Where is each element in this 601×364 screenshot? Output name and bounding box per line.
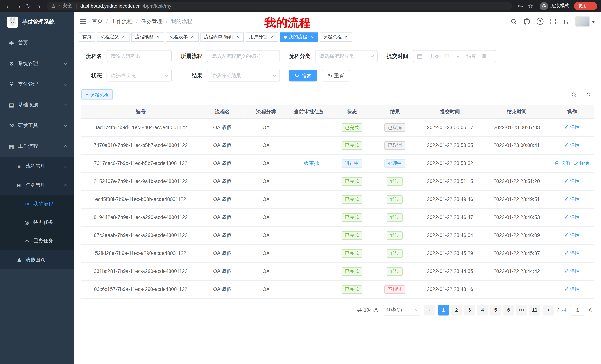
pager-page-6[interactable]: 6 [503,305,514,315]
process-name-input[interactable] [107,50,172,62]
prev-page-button[interactable]: ‹ [424,305,435,315]
tab-my-process[interactable]: 我的流程× [280,32,318,42]
close-icon[interactable]: × [155,34,161,40]
tab-user-group[interactable]: 用户分组× [246,32,278,42]
fullscreen-icon[interactable] [550,18,556,25]
close-icon[interactable]: × [121,34,126,40]
reload-icon[interactable]: ↻ [24,2,33,9]
submit-time: 2022-01-22 23:46:47 [416,208,484,226]
tab-start-process[interactable]: 发起流程× [320,32,352,42]
forward-icon[interactable]: → [14,3,23,9]
detail-action-link[interactable]: 详情 [574,160,589,166]
font-size-icon[interactable]: TT [563,18,569,25]
date-separator: - [457,53,459,59]
address-bar[interactable]: ⚠ 不安全 | dashboard.yudao.iocoder.cn/bpm/t… [47,2,512,10]
close-icon[interactable]: × [190,34,195,40]
sidebar-item-workflow[interactable]: ▦工作流程 [0,136,74,157]
process-category: OA [245,154,288,172]
detail-action-link[interactable]: 详情 [564,214,580,220]
detail-action-link[interactable]: 详情 [564,286,580,292]
sidebar-item-system[interactable]: ⚙系统管理 [0,53,74,74]
sidebar-item-task-manage[interactable]: ⊞任务管理 [0,176,74,195]
breadcrumb-item[interactable]: 首页 [92,18,103,25]
detail-action-link[interactable]: 详情 [564,232,580,238]
table-body: 3ad174fb-7b9d-11ec-8404-acde48001122OA 请… [81,118,594,298]
sidebar-item-leave-query[interactable]: ♟请假查询 [0,250,74,269]
status-cell: 已完成 [331,280,373,298]
search-button[interactable]: 搜索 [289,70,317,82]
sidebar-item-payment[interactable]: ¥支付管理 [0,74,74,95]
pager-page-11[interactable]: 11 [529,305,540,315]
result-select[interactable]: 请选择流结果 [207,70,280,82]
tab-process-form-edit[interactable]: 流程表单-编辑× [200,32,244,42]
back-icon[interactable]: ← [4,3,13,9]
process-def-input[interactable] [207,50,280,62]
detail-action-link[interactable]: 详情 [564,196,580,202]
table-toolbar-right: ↻ [569,90,593,100]
reset-button[interactable]: ↻ 重置 [322,70,350,82]
detail-action-link[interactable]: 详情 [564,178,580,184]
process-category: OA [245,118,288,136]
tab-process-form[interactable]: 流程表单× [166,32,199,42]
github-icon[interactable] [523,18,530,25]
sidebar-item-home[interactable]: ◉首页 [0,32,74,53]
pager-ellipsis[interactable]: ••• [516,305,527,315]
toggle-search-icon[interactable] [569,90,579,100]
category-select[interactable]: 请选择流程分类 [315,50,377,62]
browser-home-icon[interactable]: ⌂ [34,3,43,9]
tab-process-model[interactable]: 流程模型× [131,32,164,42]
submit-time: 2022-01-22 23:49:46 [416,190,484,208]
sidebar-item-my-process[interactable]: ✉我的流程 [0,195,74,213]
pager-page-5[interactable]: 5 [490,305,501,315]
tab-process-definition[interactable]: 流程定义× [97,32,130,42]
current-task-cell [288,280,331,298]
detail-action-link[interactable]: 详情 [564,250,580,256]
create-process-button[interactable]: + 发起流程 [81,89,113,100]
detail-action-link[interactable]: 详情 [564,142,580,148]
status-select[interactable]: 请选择状态 [107,70,172,82]
breadcrumb-item[interactable]: 工作流程 [111,18,133,25]
close-icon[interactable]: × [270,34,275,40]
next-page-button[interactable]: › [543,305,554,315]
submit-time-range-picker[interactable]: 开始日期 - 结束日期 [413,50,496,62]
sidebar-item-done-tasks[interactable]: ✂已办任务 [0,232,74,250]
close-icon[interactable]: × [343,34,349,40]
sidebar-item-devtools[interactable]: ⚒研发工具 [0,115,74,136]
process-category: OA [245,226,288,244]
pager-page-3[interactable]: 3 [464,305,475,315]
result-badge: 处理中 [384,159,405,168]
detail-action-link[interactable]: 详情 [564,124,580,130]
search-icon[interactable] [510,18,517,25]
pager-page-1[interactable]: 1 [438,305,449,315]
cancel-action-link[interactable]: 取消 [555,160,570,166]
detail-action-link[interactable]: 详情 [564,268,580,274]
refresh-table-icon[interactable]: ↻ [583,90,593,100]
update-button[interactable]: 更新 ⋮ [574,2,597,10]
page-size-select[interactable]: 10条/页 [383,305,421,315]
process-category: OA [245,244,288,262]
sidebar-item-todo-tasks[interactable]: ◎待办任务 [0,213,74,232]
avatar[interactable] [575,16,595,27]
goto-page-input[interactable] [570,305,585,315]
help-icon[interactable]: ? [537,18,543,25]
sidebar-item-label: 请假查询 [26,256,46,263]
menu-dots-icon[interactable]: ⋮ [590,3,594,9]
bookmark-star-icon[interactable]: ☆ [526,2,535,9]
sidebar-item-process-manage[interactable]: ≡流程管理 [0,157,74,176]
breadcrumb-item[interactable]: 任务管理 [141,18,162,25]
pager-page-2[interactable]: 2 [451,305,462,315]
hamburger-icon[interactable] [80,19,86,24]
tab-label: 首页 [82,34,92,40]
caret-down-icon [592,21,595,23]
result-placeholder: 请选择流结果 [211,72,241,79]
end-date-placeholder: 结束日期 [461,53,492,59]
logo-image [7,17,18,28]
close-icon[interactable]: × [309,34,314,40]
current-task-link[interactable]: 一级审批 [299,160,319,167]
close-icon[interactable]: × [235,34,240,40]
pager-page-4[interactable]: 4 [477,305,488,315]
sidebar-item-infrastructure[interactable]: ▤基础设施 [0,95,74,115]
passwords-key-icon[interactable] [516,3,525,9]
tab-home[interactable]: 首页 [79,32,95,42]
current-task-cell [288,172,331,190]
